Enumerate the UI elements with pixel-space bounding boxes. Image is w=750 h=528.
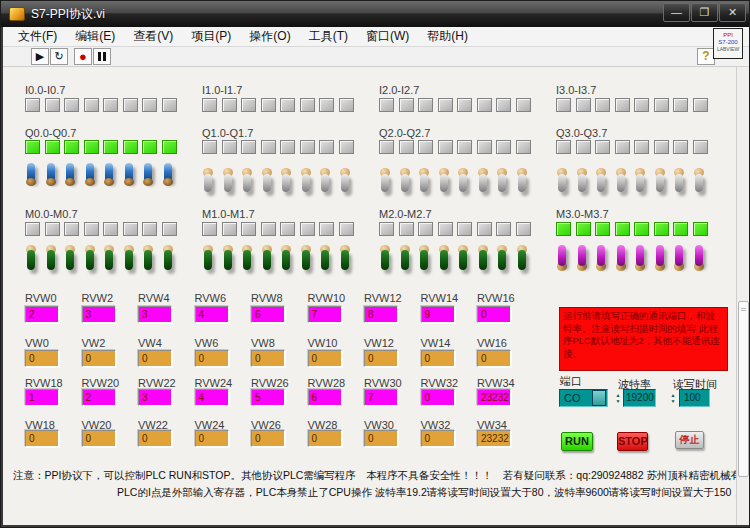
run-button[interactable]: ▶	[31, 48, 49, 65]
write-register-field[interactable]: 0	[25, 430, 59, 447]
toggle-switch[interactable]	[103, 160, 115, 198]
minimize-button[interactable]: —	[663, 3, 690, 22]
write-register-field[interactable]: 0	[308, 430, 342, 447]
memory-led-toggle[interactable]	[634, 244, 646, 278]
write-register-field[interactable]: 0	[364, 350, 398, 367]
toggle-switch[interactable]	[142, 160, 154, 198]
toggle-switch[interactable]	[222, 160, 234, 198]
toggle-switch[interactable]	[496, 160, 508, 198]
menu-item-2[interactable]: 查看(V)	[124, 27, 182, 46]
memory-led-toggle[interactable]	[300, 244, 312, 278]
memory-led-toggle[interactable]	[673, 244, 685, 278]
baud-spinner[interactable]: ▲ ▼	[614, 389, 622, 407]
toggle-switch[interactable]	[241, 160, 253, 198]
port-dropdown-button[interactable]	[592, 390, 606, 406]
write-register-field[interactable]: 0	[82, 430, 116, 447]
toggle-switch[interactable]	[654, 160, 666, 198]
write-register-field[interactable]: 0	[364, 430, 398, 447]
write-register-field[interactable]: 0	[195, 350, 229, 367]
memory-led-toggle[interactable]	[595, 244, 607, 278]
memory-led-toggle[interactable]	[693, 244, 705, 278]
toggle-switch[interactable]	[280, 160, 292, 198]
write-register-field[interactable]: 0	[477, 350, 511, 367]
memory-led-toggle[interactable]	[84, 244, 96, 278]
memory-led-toggle[interactable]	[477, 244, 489, 278]
write-register-field[interactable]: 0	[195, 430, 229, 447]
toggle-switch[interactable]	[25, 160, 37, 198]
toggle-switch[interactable]	[438, 160, 450, 198]
toggle-switch[interactable]	[202, 160, 214, 198]
scrollbar-thumb[interactable]	[738, 301, 749, 477]
toggle-switch[interactable]	[319, 160, 331, 198]
memory-led-toggle[interactable]	[64, 244, 76, 278]
memory-led-toggle[interactable]	[123, 244, 135, 278]
write-register-field[interactable]: 0	[251, 430, 285, 447]
memory-led-toggle[interactable]	[418, 244, 430, 278]
memory-led-toggle[interactable]	[457, 244, 469, 278]
toggle-switch[interactable]	[300, 160, 312, 198]
toggle-switch[interactable]	[615, 160, 627, 198]
write-register-field[interactable]: 0	[421, 350, 455, 367]
memory-led-toggle[interactable]	[222, 244, 234, 278]
menu-item-5[interactable]: 工具(T)	[300, 27, 357, 46]
toggle-switch[interactable]	[576, 160, 588, 198]
memory-led-toggle[interactable]	[379, 244, 391, 278]
close-button[interactable]: ✕	[719, 3, 746, 22]
write-register-field[interactable]: 0	[138, 430, 172, 447]
menu-item-0[interactable]: 文件(F)	[9, 27, 66, 46]
plc-run-button[interactable]: RUN	[561, 432, 593, 451]
vi-icon-badge[interactable]: PPI S7-200 LABVIEW	[713, 28, 743, 59]
memory-led-toggle[interactable]	[202, 244, 214, 278]
toggle-switch[interactable]	[673, 160, 685, 198]
baud-field[interactable]: 19200	[623, 389, 656, 407]
write-register-field[interactable]: 0	[25, 350, 59, 367]
memory-led-toggle[interactable]	[438, 244, 450, 278]
memory-led-toggle[interactable]	[103, 244, 115, 278]
write-register-field[interactable]: 23232	[477, 430, 511, 447]
memory-led-toggle[interactable]	[319, 244, 331, 278]
toggle-switch[interactable]	[64, 160, 76, 198]
memory-led-toggle[interactable]	[556, 244, 568, 278]
memory-led-toggle[interactable]	[576, 244, 588, 278]
toggle-switch[interactable]	[261, 160, 273, 198]
memory-led-toggle[interactable]	[261, 244, 273, 278]
toggle-switch[interactable]	[556, 160, 568, 198]
toggle-switch[interactable]	[399, 160, 411, 198]
plc-stop-button[interactable]: STOP	[617, 432, 648, 451]
memory-led-toggle[interactable]	[615, 244, 627, 278]
toggle-switch[interactable]	[634, 160, 646, 198]
write-register-field[interactable]: 0	[421, 430, 455, 447]
write-register-field[interactable]: 0	[308, 350, 342, 367]
toggle-switch[interactable]	[379, 160, 391, 198]
toggle-switch[interactable]	[418, 160, 430, 198]
toggle-switch[interactable]	[45, 160, 57, 198]
memory-led-toggle[interactable]	[162, 244, 174, 278]
memory-led-toggle[interactable]	[516, 244, 528, 278]
vertical-scrollbar[interactable]	[736, 67, 749, 525]
menu-item-7[interactable]: 帮助(H)	[418, 27, 477, 46]
toggle-switch[interactable]	[339, 160, 351, 198]
memory-led-toggle[interactable]	[45, 244, 57, 278]
toggle-switch[interactable]	[595, 160, 607, 198]
memory-led-toggle[interactable]	[241, 244, 253, 278]
menu-item-6[interactable]: 窗口(W)	[357, 27, 418, 46]
rw-time-field[interactable]: 100	[679, 389, 710, 407]
memory-led-toggle[interactable]	[339, 244, 351, 278]
memory-led-toggle[interactable]	[25, 244, 37, 278]
toggle-switch[interactable]	[477, 160, 489, 198]
write-register-field[interactable]: 0	[138, 350, 172, 367]
memory-led-toggle[interactable]	[399, 244, 411, 278]
toggle-switch[interactable]	[516, 160, 528, 198]
toggle-switch[interactable]	[693, 160, 705, 198]
maximize-button[interactable]: ❐	[691, 3, 718, 22]
rw-time-spinner[interactable]: ▲ ▼	[669, 389, 677, 407]
memory-led-toggle[interactable]	[280, 244, 292, 278]
menu-item-3[interactable]: 项目(P)	[182, 27, 240, 46]
abort-button[interactable]: ●	[74, 48, 92, 65]
menu-item-1[interactable]: 编辑(E)	[66, 27, 124, 46]
toggle-switch[interactable]	[123, 160, 135, 198]
halt-button[interactable]: 停止	[675, 431, 704, 449]
write-register-field[interactable]: 0	[82, 350, 116, 367]
toggle-switch[interactable]	[84, 160, 96, 198]
memory-led-toggle[interactable]	[654, 244, 666, 278]
